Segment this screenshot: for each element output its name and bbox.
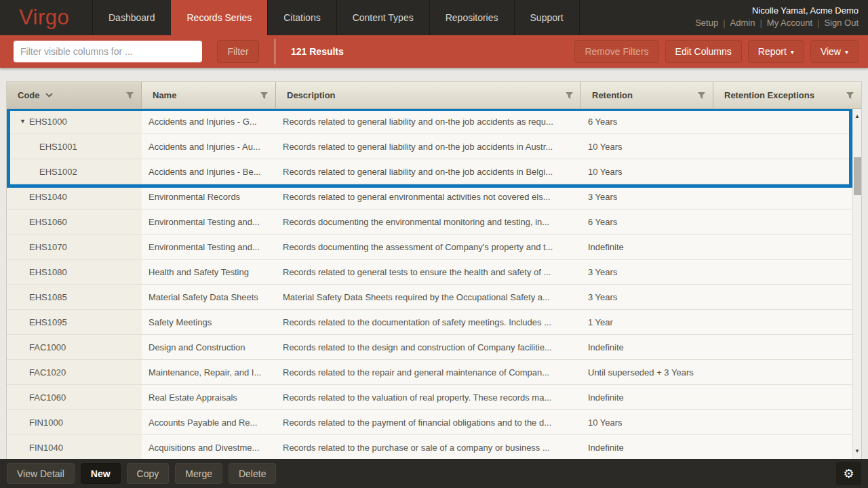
filter-funnel-icon[interactable]	[260, 92, 269, 100]
vertical-scrollbar[interactable]: ▲ ▼	[852, 109, 861, 459]
row-description: Records related to general tests to ensu…	[283, 267, 551, 277]
column-label: Retention	[592, 90, 633, 100]
view-detail-button[interactable]: View Detail	[7, 463, 75, 484]
link-admin[interactable]: Admin	[730, 18, 755, 28]
table-rows: ▼EHS1000Accidents and Injuries - G...Rec…	[7, 109, 852, 459]
tab-support[interactable]: Support	[514, 0, 580, 35]
merge-button[interactable]: Merge	[175, 463, 222, 484]
view-label: View	[821, 46, 841, 57]
column-header-name[interactable]: Name	[142, 82, 276, 108]
table-row[interactable]: EHS1095Safety MeetingsRecords related to…	[7, 310, 852, 335]
table-row[interactable]: FIN1000Accounts Payable and Re...Records…	[7, 410, 852, 435]
results-count: 121 Results	[291, 46, 344, 57]
row-description: Records related to the valuation of real…	[283, 392, 551, 403]
row-name: Accidents and Injuries - Au...	[149, 142, 260, 152]
column-header-retention-exceptions[interactable]: Retention Exceptions	[713, 82, 861, 108]
row-code: FIN1000	[29, 418, 63, 428]
records-table: CodeNameDescriptionRetentionRetention Ex…	[6, 81, 862, 459]
row-name: Maintenance, Repair, and I...	[149, 367, 261, 378]
collapse-icon[interactable]: ▼	[20, 118, 26, 125]
report-dropdown-button[interactable]: Report ▾	[748, 40, 804, 63]
link-setup[interactable]: Setup	[695, 18, 718, 28]
table-row[interactable]: EHS1002Accidents and Injuries - Be...Rec…	[7, 159, 852, 184]
row-name: Accounts Payable and Re...	[149, 418, 257, 428]
row-name: Accidents and Injuries - Be...	[149, 167, 260, 177]
view-dropdown-button[interactable]: View ▾	[810, 40, 859, 63]
column-label: Retention Exceptions	[724, 90, 814, 100]
new-button[interactable]: New	[81, 463, 121, 484]
table-row[interactable]: EHS1085Material Safety Data SheetsMateri…	[7, 285, 852, 310]
row-code: EHS1040	[29, 192, 67, 202]
link-my-account[interactable]: My Account	[767, 18, 812, 28]
row-code: EHS1080	[29, 267, 67, 277]
row-description: Records related to general liability and…	[283, 167, 553, 177]
row-code: EHS1095	[29, 317, 67, 327]
column-header-description[interactable]: Description	[276, 82, 581, 108]
row-retention: Indefinite	[588, 342, 624, 352]
delete-button[interactable]: Delete	[229, 463, 276, 484]
row-retention: 3 Years	[588, 292, 617, 302]
filter-funnel-icon[interactable]	[565, 92, 574, 100]
table-row[interactable]: EHS1040Environmental RecordsRecords rela…	[7, 184, 852, 209]
row-retention: 10 Years	[588, 167, 623, 177]
row-description: Records related to the documentation of …	[283, 317, 551, 327]
scrollbar-thumb[interactable]	[854, 157, 861, 195]
row-name: Environmental Testing and...	[149, 217, 260, 227]
tab-repositories[interactable]: Repositories	[429, 0, 514, 35]
gear-icon: ⚙	[843, 467, 854, 481]
row-description: Records documenting the assessment of Co…	[283, 242, 553, 252]
row-retention: 3 Years	[588, 267, 617, 277]
row-description: Records related to the purchase or sale …	[283, 443, 550, 453]
row-code: FAC1020	[29, 367, 66, 378]
edit-columns-button[interactable]: Edit Columns	[665, 40, 742, 63]
column-label: Description	[287, 90, 336, 100]
row-name: Material Safety Data Sheets	[149, 292, 258, 302]
table-row[interactable]: ▼EHS1000Accidents and Injuries - G...Rec…	[7, 109, 852, 134]
row-retention: 6 Years	[588, 217, 617, 227]
scroll-up-arrow-icon[interactable]: ▲	[853, 114, 861, 119]
table-row[interactable]: FIN1040Acquisitions and Divestme...Recor…	[7, 435, 852, 459]
row-description: Material Safety Data Sheets required by …	[283, 292, 550, 302]
column-label: Code	[18, 90, 40, 100]
remove-filters-button[interactable]: Remove Filters	[574, 40, 658, 63]
copy-button[interactable]: Copy	[127, 463, 170, 484]
row-code: FAC1060	[29, 392, 66, 403]
user-links: Setup|Admin|My Account|Sign Out	[695, 18, 859, 28]
filter-funnel-icon[interactable]	[846, 92, 854, 100]
filter-button[interactable]: Filter	[217, 40, 259, 63]
row-code: EHS1085	[29, 292, 67, 302]
filter-columns-input[interactable]	[14, 41, 202, 62]
table-row[interactable]: EHS1080Health and Safety TestingRecords …	[7, 260, 852, 285]
link-sign-out[interactable]: Sign Out	[824, 18, 859, 28]
tab-dashboard[interactable]: Dashboard	[92, 0, 171, 35]
table-row[interactable]: FAC1000Design and ConstructionRecords re…	[7, 335, 852, 360]
settings-gear-button[interactable]: ⚙	[836, 462, 861, 485]
app-logo[interactable]: Virgo	[0, 0, 92, 35]
tab-records-series[interactable]: Records Series	[171, 0, 268, 35]
tab-content-types[interactable]: Content Types	[336, 0, 429, 35]
link-separator: |	[817, 18, 819, 28]
table-row[interactable]: EHS1070Environmental Testing and...Recor…	[7, 235, 852, 260]
row-description: Records documenting the environmental mo…	[283, 217, 549, 227]
row-code: EHS1060	[29, 217, 67, 227]
table-row[interactable]: FAC1020Maintenance, Repair, and I...Reco…	[7, 360, 852, 385]
filter-funnel-icon[interactable]	[697, 92, 706, 100]
table-row[interactable]: FAC1060Real Estate AppraisalsRecords rel…	[7, 385, 852, 410]
table-header-row: CodeNameDescriptionRetentionRetention Ex…	[7, 82, 861, 109]
tab-citations[interactable]: Citations	[267, 0, 336, 35]
row-description: Records related to general environmental…	[283, 192, 551, 202]
sort-desc-icon	[45, 93, 53, 98]
row-retention: Indefinite	[588, 392, 624, 403]
row-name: Accidents and Injuries - G...	[149, 117, 257, 127]
main-nav-tabs: DashboardRecords SeriesCitationsContent …	[92, 0, 580, 35]
row-description: Records related to general liability and…	[283, 142, 553, 152]
row-name: Safety Meetings	[149, 317, 212, 327]
table-row[interactable]: EHS1060Environmental Testing and...Recor…	[7, 209, 852, 235]
filter-funnel-icon[interactable]	[125, 92, 134, 100]
row-code: FAC1000	[29, 342, 66, 352]
column-header-retention[interactable]: Retention	[581, 82, 713, 108]
table-row[interactable]: EHS1001Accidents and Injuries - Au...Rec…	[7, 134, 852, 159]
scroll-down-arrow-icon[interactable]: ▼	[853, 449, 861, 454]
toolbar-divider	[275, 39, 275, 64]
column-header-code[interactable]: Code	[7, 82, 142, 108]
